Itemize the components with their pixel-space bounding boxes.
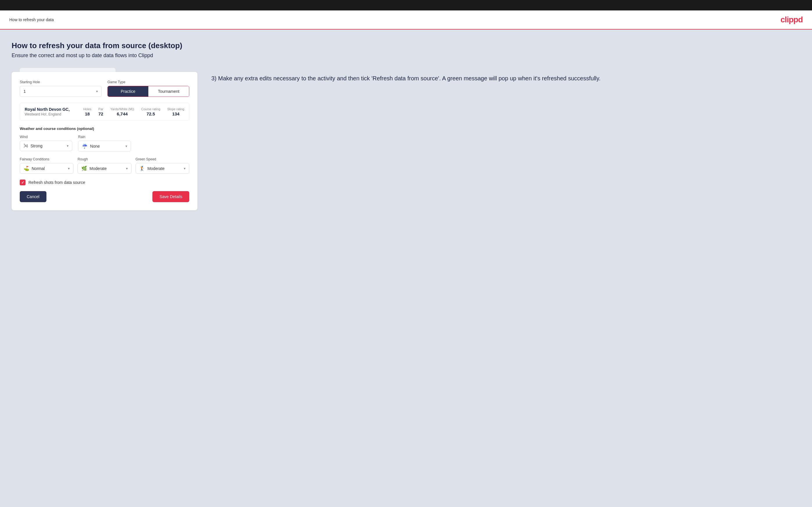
course-rating-value: 72.5 <box>141 111 160 116</box>
course-location: Westward Ho!, England <box>25 112 70 116</box>
rough-group: Rough 🌿 Moderate ▾ <box>78 157 131 174</box>
refresh-checkbox[interactable] <box>20 179 26 185</box>
green-speed-icon: 🏌 <box>139 166 145 171</box>
starting-hole-select-wrapper[interactable]: 1 10 ▾ <box>20 86 102 97</box>
rough-icon: 🌿 <box>81 166 87 171</box>
starting-hole-group: Starting Hole 1 10 ▾ <box>20 80 102 97</box>
rain-label: Rain <box>78 135 131 139</box>
content-area: Starting Hole 1 10 ▾ Game Type Practi <box>12 68 800 210</box>
par-label: Par <box>98 107 103 111</box>
course-info-row: Royal North Devon GC, Westward Ho!, Engl… <box>20 103 189 121</box>
game-type-toggle: Practice Tournament <box>107 86 189 97</box>
yards-value: 6,744 <box>110 111 134 116</box>
row-conditions: Fairway Conditions ⛳ Normal ▾ Rough <box>20 157 189 174</box>
page-heading: How to refresh your data from source (de… <box>12 41 800 50</box>
yards-label: Yards/White (M)) <box>110 107 134 111</box>
par-value: 72 <box>98 111 103 116</box>
green-speed-value: Moderate <box>148 166 165 171</box>
wind-icon: 🌬 <box>23 143 28 149</box>
partial-card-top <box>20 68 115 72</box>
tournament-button[interactable]: Tournament <box>148 86 189 97</box>
fairway-group: Fairway Conditions ⛳ Normal ▾ <box>20 157 73 174</box>
row-hole-gametype: Starting Hole 1 10 ▾ Game Type Practi <box>20 80 189 97</box>
wind-label: Wind <box>20 135 72 139</box>
course-stats: Holes 18 Par 72 Yards/White (M)) 6,744 <box>83 107 184 116</box>
header-title: How to refresh your data <box>9 17 54 22</box>
fairway-icon: ⛳ <box>23 166 29 171</box>
rough-chevron-icon: ▾ <box>126 167 128 171</box>
wind-value: Strong <box>31 144 42 148</box>
page-subheading: Ensure the correct and most up to date d… <box>12 53 800 59</box>
game-type-label: Game Type <box>107 80 189 84</box>
green-speed-group: Green Speed 🏌 Moderate ▾ <box>136 157 189 174</box>
stat-course-rating: Course rating 72.5 <box>141 107 160 116</box>
save-button[interactable]: Save Details <box>152 191 189 202</box>
rain-dropdown[interactable]: ☔ None ▾ <box>78 141 131 152</box>
refresh-checkbox-label: Refresh shots from data source <box>29 180 85 185</box>
main-content: How to refresh your data from source (de… <box>0 30 812 507</box>
rough-label: Rough <box>78 157 131 161</box>
cancel-button[interactable]: Cancel <box>20 191 46 202</box>
stat-par: Par 72 <box>98 107 103 116</box>
holes-label: Holes <box>83 107 92 111</box>
form-card: Starting Hole 1 10 ▾ Game Type Practi <box>12 72 197 210</box>
row-wind-rain: Wind 🌬 Strong ▾ Rain <box>20 135 189 152</box>
green-speed-chevron-icon: ▾ <box>184 167 186 171</box>
form-actions: Cancel Save Details <box>20 191 189 202</box>
slope-rating-value: 134 <box>167 111 184 116</box>
wind-group: Wind 🌬 Strong ▾ <box>20 135 72 152</box>
practice-button[interactable]: Practice <box>108 86 148 97</box>
stat-yards: Yards/White (M)) 6,744 <box>110 107 134 116</box>
stat-slope-rating: Slope rating 134 <box>167 107 184 116</box>
side-instruction-text: 3) Make any extra edits necessary to the… <box>211 74 800 83</box>
course-details: Royal North Devon GC, Westward Ho!, Engl… <box>25 107 70 116</box>
rain-icon: ☔ <box>82 143 88 149</box>
holes-value: 18 <box>83 111 92 116</box>
green-speed-dropdown[interactable]: 🏌 Moderate ▾ <box>136 163 189 174</box>
fairway-label: Fairway Conditions <box>20 157 73 161</box>
fairway-chevron-icon: ▾ <box>68 167 70 171</box>
top-bar <box>0 0 812 10</box>
starting-hole-select[interactable]: 1 10 <box>20 86 101 97</box>
form-container: Starting Hole 1 10 ▾ Game Type Practi <box>12 68 197 210</box>
stat-holes: Holes 18 <box>83 107 92 116</box>
header: How to refresh your data clippd <box>0 10 812 30</box>
weather-section-title: Weather and course conditions (optional) <box>20 126 189 131</box>
rough-value: Moderate <box>89 166 107 171</box>
rain-value: None <box>90 144 100 149</box>
side-instruction-panel: 3) Make any extra edits necessary to the… <box>211 68 800 83</box>
rain-chevron-icon: ▾ <box>125 144 127 148</box>
logo: clippd <box>781 15 803 24</box>
wind-chevron-icon: ▾ <box>67 144 68 148</box>
fairway-dropdown[interactable]: ⛳ Normal ▾ <box>20 163 73 174</box>
game-type-group: Game Type Practice Tournament <box>107 80 189 97</box>
course-name: Royal North Devon GC, <box>25 107 70 112</box>
refresh-checkbox-row: Refresh shots from data source <box>20 179 189 185</box>
rain-group: Rain ☔ None ▾ <box>78 135 131 152</box>
slope-rating-label: Slope rating <box>167 107 184 111</box>
wind-dropdown[interactable]: 🌬 Strong ▾ <box>20 141 72 151</box>
fairway-value: Normal <box>32 166 45 171</box>
starting-hole-label: Starting Hole <box>20 80 102 84</box>
course-rating-label: Course rating <box>141 107 160 111</box>
rough-dropdown[interactable]: 🌿 Moderate ▾ <box>78 163 131 174</box>
green-speed-label: Green Speed <box>136 157 189 161</box>
